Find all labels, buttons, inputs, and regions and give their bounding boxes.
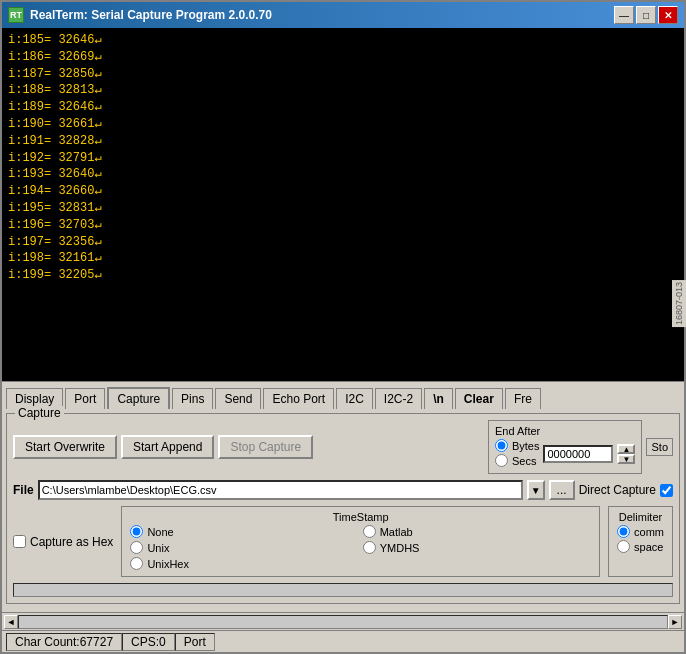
ts-none-radio[interactable] [130,525,143,538]
terminal-line: i:194= 32660↵ [8,183,678,200]
start-overwrite-button[interactable]: Start Overwrite [13,435,117,459]
terminal-line: i:188= 32813↵ [8,82,678,99]
char-count-display: Char Count:67727 [6,633,122,651]
terminal-line: i:192= 32791↵ [8,150,678,167]
ts-unixhex-label: UnixHex [147,558,189,570]
ts-unix-radio[interactable] [130,541,143,554]
tab-an[interactable]: \n [424,388,453,409]
terminal-line: i:197= 32356↵ [8,234,678,251]
content-area: Capture Start Overwrite Start Append Sto… [2,409,684,612]
tab-i2c[interactable]: I2C [336,388,373,409]
capture-buttons-row: Start Overwrite Start Append Stop Captur… [13,420,673,474]
timestamp-options: None Matlab Unix YMDHS [130,525,591,572]
ts-ymdhs-label: YMDHS [380,542,420,554]
capture-as-hex-checkbox[interactable] [13,535,26,548]
terminal-line: i:187= 32850↵ [8,66,678,83]
ts-matlab-row: Matlab [363,525,591,538]
bytes-radio[interactable] [495,439,508,452]
file-browse-button[interactable]: ... [549,480,575,500]
file-dropdown-button[interactable]: ▼ [527,480,545,500]
tab-fre[interactable]: Fre [505,388,541,409]
file-row: File ▼ ... Direct Capture [13,480,673,500]
timestamp-box: TimeStamp None Matlab Unix [121,506,600,577]
end-after-label: End After [495,425,636,437]
delimiter-title: Delimiter [617,511,664,523]
delimiter-space-row: space [617,540,664,553]
end-after-box: End After Bytes Secs [488,420,643,474]
terminal-line: i:189= 32646↵ [8,99,678,116]
tab-send[interactable]: Send [215,388,261,409]
cps-display: CPS:0 [122,633,175,651]
file-label: File [13,483,34,497]
maximize-button[interactable]: □ [636,6,656,24]
terminal-line: i:196= 32703↵ [8,217,678,234]
terminal-line: i:199= 32205↵ [8,267,678,284]
ts-none-label: None [147,526,173,538]
window-title: RealTerm: Serial Capture Program 2.0.0.7… [30,8,272,22]
sto-area: Sto [646,438,673,456]
terminal-line: i:190= 32661↵ [8,116,678,133]
close-button[interactable]: ✕ [658,6,678,24]
app-icon: RT [8,7,24,23]
title-bar: RT RealTerm: Serial Capture Program 2.0.… [2,2,684,28]
tab-capture[interactable]: Capture [107,387,170,409]
hex-option: Capture as Hex [13,506,113,577]
direct-capture-label: Direct Capture [579,483,656,497]
tab-pins[interactable]: Pins [172,388,213,409]
secs-radio[interactable] [495,454,508,467]
end-after-down-arrow[interactable]: ▼ [617,454,635,464]
horizontal-scrollbar[interactable] [18,615,668,629]
horizontal-scrollbar-area: ◄ ► [2,612,684,630]
secs-label: Secs [512,455,536,467]
start-append-button[interactable]: Start Append [121,435,214,459]
ts-unix-label: Unix [147,542,169,554]
terminal-line: i:185= 32646↵ [8,32,678,49]
capture-group-label: Capture [15,406,64,420]
ts-ymdhs-radio[interactable] [363,541,376,554]
port-display: Port [175,633,215,651]
bytes-radio-row: Bytes [495,439,540,452]
ts-matlab-radio[interactable] [363,525,376,538]
tab-clear[interactable]: Clear [455,388,503,409]
main-window: RT RealTerm: Serial Capture Program 2.0.… [0,0,686,654]
tab-bar: DisplayPortCapturePinsSendEcho PortI2CI2… [2,381,684,409]
terminal-line: i:195= 32831↵ [8,200,678,217]
stop-capture-button[interactable]: Stop Capture [218,435,313,459]
ts-none-row: None [130,525,358,538]
capture-group: Capture Start Overwrite Start Append Sto… [6,413,680,604]
timestamp-title: TimeStamp [130,511,591,523]
tab-i2c2[interactable]: I2C-2 [375,388,422,409]
tab-port[interactable]: Port [65,388,105,409]
end-after-up-arrow[interactable]: ▲ [617,444,635,454]
capture-scrollbar[interactable] [13,583,673,597]
terminal-line: i:198= 32161↵ [8,250,678,267]
delimiter-comma-radio[interactable] [617,525,630,538]
direct-capture-row: Direct Capture [579,483,673,497]
sto-label: Sto [651,441,668,453]
bytes-label: Bytes [512,440,540,452]
ts-unixhex-row: UnixHex [130,557,358,570]
ts-unix-row: Unix [130,541,358,554]
secs-radio-row: Secs [495,454,540,467]
scroll-left-button[interactable]: ◄ [4,615,18,629]
capture-as-hex-label: Capture as Hex [30,535,113,549]
delimiter-comma-row: comm [617,525,664,538]
tab-echoport[interactable]: Echo Port [263,388,334,409]
terminal-line: i:193= 32640↵ [8,166,678,183]
file-path-input[interactable] [38,480,523,500]
minimize-button[interactable]: — [614,6,634,24]
delimiter-comma-label: comm [634,526,664,538]
ts-ymdhs-row: YMDHS [363,541,591,554]
status-bar: Char Count:67727 CPS:0 Port 16807-013 [2,630,684,652]
delimiter-box: Delimiter comm space [608,506,673,577]
title-bar-left: RT RealTerm: Serial Capture Program 2.0.… [8,7,272,23]
terminal-output: i:185= 32646↵i:186= 32669↵i:187= 32850↵i… [2,28,684,381]
ts-unixhex-radio[interactable] [130,557,143,570]
side-annotation: 16807-013 [672,280,686,327]
ts-matlab-label: Matlab [380,526,413,538]
scroll-right-button[interactable]: ► [668,615,682,629]
end-after-input[interactable] [543,445,613,463]
direct-capture-checkbox[interactable] [660,484,673,497]
delimiter-space-radio[interactable] [617,540,630,553]
terminal-line: i:191= 32828↵ [8,133,678,150]
